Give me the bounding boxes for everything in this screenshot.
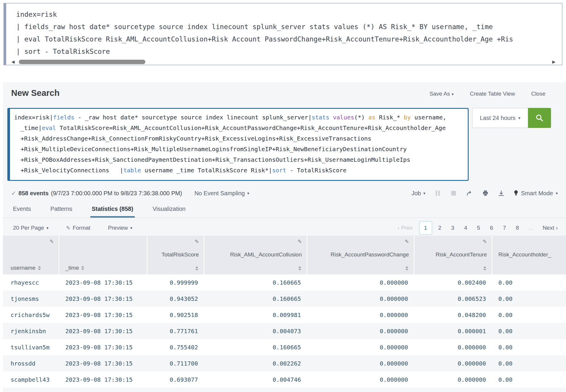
table-cell[interactable]: 0.00 <box>492 376 566 383</box>
username-cell[interactable]: hrossdd <box>3 360 59 367</box>
page-button[interactable]: 7 <box>498 221 511 234</box>
table-cell[interactable]: 0.002400 <box>414 279 492 286</box>
username-cell[interactable]: crichards5w <box>3 311 59 318</box>
edit-column-icon[interactable]: ✎ <box>405 239 409 244</box>
edit-column-icon[interactable]: ✎ <box>298 239 302 244</box>
table-cell[interactable]: 0.00 <box>492 279 566 286</box>
table-cell[interactable]: 0.693077 <box>148 376 204 383</box>
close-button[interactable]: Close <box>531 91 545 97</box>
horizontal-scrollbar[interactable]: ◀ ▶ <box>10 59 557 65</box>
sort-icon[interactable] <box>195 266 198 271</box>
tab-statistics[interactable]: Statistics (858) <box>92 206 133 218</box>
table-cell[interactable]: 0.048200 <box>414 311 492 318</box>
table-cell[interactable]: 0.999999 <box>148 279 204 286</box>
username-cell[interactable]: scampbell43 <box>3 376 59 383</box>
page-button[interactable]: 5 <box>472 221 485 234</box>
column-header[interactable]: ✎Risk_AML_AccountCollusion <box>204 236 307 274</box>
search-input[interactable]: index=risk|fields - _raw host date* sour… <box>7 108 469 181</box>
time-range-picker[interactable]: Last 24 hours ▾ <box>472 108 528 128</box>
table-cell[interactable]: 0.160665 <box>204 295 307 302</box>
table-cell[interactable]: 0.00 <box>492 360 566 367</box>
table-cell[interactable]: 0.004746 <box>204 376 307 383</box>
username-cell[interactable]: rhayescc <box>3 279 59 286</box>
scroll-left-icon[interactable]: ◀ <box>10 59 16 65</box>
table-cell[interactable]: 2023-09-08 17:30:15 <box>59 311 148 318</box>
scroll-right-icon[interactable]: ▶ <box>551 59 557 65</box>
table-cell[interactable]: 0.902518 <box>148 311 204 318</box>
username-cell[interactable]: tsullivan5m <box>3 344 59 351</box>
table-cell[interactable]: 0.00 <box>492 295 566 302</box>
page-button[interactable]: 6 <box>485 221 498 234</box>
share-icon[interactable] <box>466 190 473 197</box>
tab-visualization[interactable]: Visualization <box>153 206 186 218</box>
table-cell[interactable]: 0.000001 <box>414 328 492 335</box>
table-cell[interactable]: 0.000000 <box>307 311 414 318</box>
scrollbar-track[interactable] <box>16 59 551 64</box>
create-table-view-button[interactable]: Create Table View <box>470 91 515 97</box>
table-cell[interactable]: 0.771761 <box>148 328 204 335</box>
download-icon[interactable] <box>498 190 505 197</box>
column-header[interactable]: ✎Risk_AccountTenure <box>414 236 492 274</box>
username-cell[interactable]: tjonesms <box>3 295 59 302</box>
tab-patterns[interactable]: Patterns <box>50 206 72 218</box>
table-cell[interactable]: 0.00 <box>492 344 566 351</box>
table-cell[interactable]: 0.000000 <box>307 328 414 335</box>
page-button[interactable]: 2 <box>433 221 446 234</box>
preview-dropdown[interactable]: Preview▾ <box>108 225 132 231</box>
table-cell[interactable]: 2023-09-08 17:30:15 <box>59 328 148 335</box>
column-header[interactable]: ✎username <box>3 236 59 274</box>
table-cell[interactable]: 0.943052 <box>148 295 204 302</box>
table-cell[interactable]: 0.160665 <box>204 279 307 286</box>
table-cell[interactable]: 2023-09-08 17:30:15 <box>59 360 148 367</box>
next-button[interactable]: Next› <box>543 225 558 231</box>
table-cell[interactable]: 0.006523 <box>414 295 492 302</box>
column-header[interactable]: _time <box>59 236 148 274</box>
table-cell[interactable]: 2023-09-08 17:30:15 <box>59 295 148 302</box>
table-cell[interactable]: 0.00 <box>492 328 566 335</box>
sort-icon[interactable] <box>483 266 486 271</box>
table-cell[interactable]: 0.004073 <box>204 328 307 335</box>
column-header[interactable]: Risk_Accountholder_ <box>492 236 566 274</box>
table-cell[interactable]: 0.000000 <box>414 344 492 351</box>
table-cell[interactable]: 0.000000 <box>307 360 414 367</box>
table-cell[interactable]: 0.009981 <box>204 311 307 318</box>
table-cell[interactable]: 0.002262 <box>204 360 307 367</box>
save-as-button[interactable]: Save As ▾ <box>430 91 454 97</box>
table-cell[interactable]: 0.000000 <box>307 279 414 286</box>
format-button[interactable]: ✎Format <box>66 225 90 231</box>
page-button[interactable]: 8 <box>511 221 524 234</box>
table-cell[interactable]: 0.755402 <box>148 344 204 351</box>
search-button[interactable] <box>528 108 551 128</box>
table-cell[interactable]: 2023-09-08 17:30:15 <box>59 344 148 351</box>
sort-icon[interactable] <box>298 266 301 271</box>
page-button[interactable]: 3 <box>446 221 459 234</box>
page-button[interactable]: 4 <box>459 221 472 234</box>
page-button[interactable]: 1 <box>419 221 432 235</box>
table-cell[interactable]: 0.000000 <box>414 360 492 367</box>
edit-column-icon[interactable]: ✎ <box>50 239 54 244</box>
print-icon[interactable] <box>482 190 489 197</box>
sort-icon[interactable] <box>38 266 41 270</box>
event-sampling-dropdown[interactable]: No Event Sampling▾ <box>194 190 249 197</box>
tab-events[interactable]: Events <box>13 206 31 218</box>
search-mode-dropdown[interactable]: Smart Mode ▾ <box>514 190 558 197</box>
table-cell[interactable]: 2023-09-08 17:30:15 <box>59 376 148 383</box>
table-cell[interactable]: 0.000000 <box>307 376 414 383</box>
table-cell[interactable]: 0.711700 <box>148 360 204 367</box>
table-cell[interactable]: 0.160665 <box>204 344 307 351</box>
per-page-dropdown[interactable]: 20 Per Page▾ <box>13 225 49 231</box>
edit-column-icon[interactable]: ✎ <box>483 239 487 244</box>
table-cell[interactable]: 0.000000 <box>307 295 414 302</box>
sort-icon[interactable] <box>405 266 408 271</box>
column-header[interactable]: ✎Risk_AccountPasswordChange <box>307 236 414 274</box>
scrollbar-thumb[interactable] <box>19 60 145 64</box>
table-cell[interactable]: 0.00 <box>492 311 566 318</box>
edit-column-icon[interactable]: ✎ <box>195 239 199 244</box>
job-menu[interactable]: Job▾ <box>412 190 425 197</box>
table-cell[interactable]: 0.000000 <box>414 376 492 383</box>
sort-icon[interactable] <box>81 266 84 270</box>
table-cell[interactable]: 2023-09-08 17:30:15 <box>59 279 148 286</box>
table-cell[interactable]: 0.000000 <box>307 344 414 351</box>
column-header[interactable]: ✎TotalRiskScore <box>148 236 204 274</box>
username-cell[interactable]: rjenkinsbn <box>3 328 59 335</box>
